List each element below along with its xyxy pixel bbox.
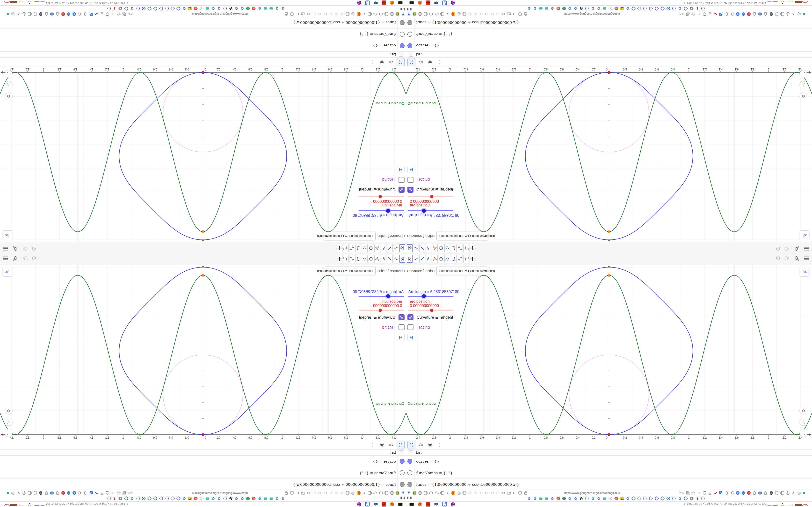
forward-arrow-icon[interactable] [697,491,701,495]
square-icon[interactable] [484,491,489,495]
ring-icon[interactable] [683,496,688,501]
G-icon[interactable]: G [527,496,531,501]
algebra-style-button[interactable] [407,441,415,449]
sphere-icon[interactable] [602,496,607,501]
main-menu-button[interactable] [803,255,810,262]
firefox-icon[interactable] [451,491,456,495]
curvature-tangent-checkbox[interactable] [407,314,413,320]
lock-icon[interactable] [523,491,528,495]
globe-icon[interactable] [423,491,428,495]
monitor-icon[interactable] [434,502,439,507]
point-tool-button[interactable]: A [413,255,419,263]
pill-icon[interactable] [724,491,729,495]
ring-icon[interactable] [672,496,676,501]
f-red-icon[interactable]: f [695,496,700,501]
G-icon[interactable]: G [550,496,555,501]
G-icon[interactable]: G [532,496,537,501]
polygon-tool-button[interactable] [432,255,438,263]
visibility-toggle-curves[interactable] [407,459,412,464]
gauge-icon[interactable] [434,491,439,495]
globe-blue-icon[interactable] [758,491,762,495]
gear-icon[interactable] [797,491,801,495]
arc-length-slider-handle[interactable] [422,294,426,298]
globe-icon[interactable] [780,491,784,495]
image-icon[interactable] [620,496,624,501]
zoom-in-button[interactable] [800,418,807,426]
ring-icon[interactable] [654,496,659,501]
dot-circle-icon[interactable] [479,491,483,495]
arc-position-slider-handle[interactable] [430,309,433,312]
tracing-checkbox[interactable] [407,324,413,330]
ring-icon[interactable] [631,496,636,501]
yandex-icon[interactable]: Я [614,496,618,501]
G-icon[interactable]: G [625,496,630,501]
info-icon[interactable]: i [608,496,613,501]
folder-icon[interactable] [507,491,511,495]
gear-icon[interactable] [689,496,694,501]
ring-icon[interactable] [701,496,705,501]
funnel-icon[interactable] [406,491,411,495]
plus-blue-icon[interactable] [735,491,740,495]
line-tool-button[interactable] [419,255,425,263]
G-icon[interactable]: G [573,496,578,501]
undo-button[interactable] [774,255,780,262]
recorder-icon[interactable] [409,502,414,507]
shield-dark-icon[interactable]: UD [769,491,773,495]
dot-circle-icon[interactable] [501,491,506,495]
sidebar-toggle-button[interactable] [800,267,809,276]
sphere-icon[interactable] [539,496,543,501]
globe-icon[interactable] [462,491,467,495]
translate-blue-icon[interactable]: A [719,491,723,495]
shield-icon[interactable] [518,491,522,495]
arc-length-slider[interactable] [408,296,453,297]
purple-face-icon[interactable] [451,502,455,507]
search-button[interactable] [794,255,800,262]
home-button[interactable] [800,407,807,414]
star-icon[interactable] [691,491,696,495]
circle-blue-icon[interactable] [666,496,671,501]
curvature-function-input[interactable]: 1.000000000000 + cos(4.000000000000 x) ▼ [437,267,488,275]
translate-icon[interactable]: A文 [686,491,690,495]
yandex-icon[interactable]: Я [556,496,560,501]
ring-icon[interactable] [643,496,648,501]
ghost-icon[interactable] [473,491,478,495]
G-icon[interactable]: G [678,496,682,501]
ring-icon[interactable] [649,496,653,501]
gauge-icon[interactable] [429,491,433,495]
floppy-64-icon[interactable]: 64 [442,502,447,507]
ring-icon[interactable] [585,496,590,501]
W-icon[interactable]: W [579,496,583,501]
red-badge-icon[interactable]: TCF [747,491,751,495]
trash-icon[interactable] [752,491,757,495]
reflect-tool-button[interactable] [457,255,463,263]
dot-circle-icon[interactable] [490,491,495,495]
sphere-icon[interactable] [544,496,549,501]
firefox-icon[interactable] [418,502,422,507]
G-icon[interactable]: G [597,496,601,501]
shield-blue-icon[interactable] [741,491,746,495]
circle-tool-button[interactable] [438,255,444,263]
zoom-out-button[interactable] [800,430,807,437]
gear-icon[interactable] [457,491,461,495]
trash-icon[interactable] [763,491,768,495]
pen-icon[interactable] [713,491,718,495]
reload-icon[interactable] [702,491,707,495]
more-options-button[interactable]: ⋮ [436,441,443,449]
perpendicular-line-tool-button[interactable] [425,255,432,263]
ellipse-tool-button[interactable] [445,255,450,263]
move-graphics-view-tool-button[interactable] [469,255,475,263]
mask-green-icon[interactable] [562,496,566,501]
slider-tool-button[interactable]: a = 2 [463,255,469,263]
back-arrow-icon[interactable] [512,491,517,495]
olive-gear-icon[interactable] [412,491,417,495]
wrench-icon[interactable] [791,491,796,495]
globe-icon[interactable] [440,491,445,495]
download-icon[interactable] [708,491,712,495]
square-icon[interactable] [495,491,500,495]
ghost-icon[interactable] [468,491,472,495]
url-text[interactable]: https://www.geogebra.org/classic/aagcxh3… [564,491,620,495]
red-gear-icon[interactable] [426,502,430,507]
settings-button[interactable] [426,441,434,449]
graphics-view[interactable]: -2.4-2.2-2-1.8-1.6-1.4-1.2-1-0.8-0.6-0.4… [406,265,812,440]
ring-icon[interactable] [637,496,642,501]
